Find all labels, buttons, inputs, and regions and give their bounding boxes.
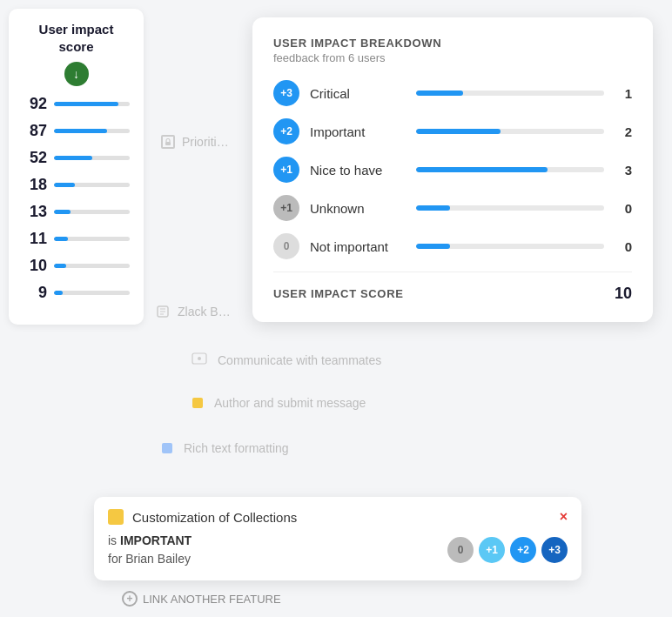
score-row: 18 xyxy=(23,176,130,194)
score-bar-track xyxy=(54,183,130,187)
down-arrow-icon: ↓ xyxy=(73,67,79,81)
score-total-row: USER IMPACT SCORE 10 xyxy=(273,285,632,303)
feature-desc-prefix: is xyxy=(108,533,120,547)
svg-point-3 xyxy=(198,357,201,360)
score-total-label: USER IMPACT SCORE xyxy=(273,287,404,300)
score-bar-fill xyxy=(54,237,68,241)
breakdown-subtitle: feedback from 6 users xyxy=(273,51,632,64)
score-arrow-container: ↓ xyxy=(23,62,130,86)
feature-title-row: Customization of Collections xyxy=(108,509,297,525)
link-feature-label: LINK ANOTHER FEATURE xyxy=(143,593,281,606)
breakdown-count: 0 xyxy=(615,201,632,216)
feature-card: Customization of Collections × is IMPORT… xyxy=(94,497,581,580)
score-bar-track xyxy=(54,102,130,106)
breakdown-label: Important xyxy=(310,124,406,139)
breakdown-badge: 0 xyxy=(273,233,299,259)
breakdown-bar-track xyxy=(416,244,604,249)
sidebar-title: User impact score xyxy=(23,21,130,55)
breakdown-count: 0 xyxy=(615,239,632,254)
bg-author: Author and submit message xyxy=(192,396,366,410)
breakdown-label: Nice to have xyxy=(310,163,406,178)
breakdown-badge: +2 xyxy=(273,118,299,144)
score-sidebar: User impact score ↓ 92 87 52 18 13 11 xyxy=(9,9,144,325)
vote-badge[interactable]: +3 xyxy=(541,537,568,563)
breakdown-label: Unknown xyxy=(310,201,406,216)
bg-author-text: Author and submit message xyxy=(214,396,366,410)
breakdown-row: +2 Important 2 xyxy=(273,118,632,144)
breakdown-rows: +3 Critical 1 +2 Important 2 +1 Nice to … xyxy=(273,80,632,259)
breakdown-bar-fill xyxy=(416,129,501,134)
breakdown-bar-fill xyxy=(416,205,450,211)
score-bar-fill xyxy=(54,264,66,268)
vote-badges: 0+1+2+3 xyxy=(447,537,568,563)
bg-communicate: Communicate with teammates xyxy=(192,352,381,368)
svg-rect-5 xyxy=(162,443,172,453)
score-value: 18 xyxy=(23,176,47,194)
bg-prioritize-text: Prioriti… xyxy=(182,135,229,149)
vote-badge[interactable]: 0 xyxy=(447,537,474,563)
feature-desc-suffix: for Brian Bailey xyxy=(108,552,191,566)
score-bar-track xyxy=(54,210,130,214)
feature-card-body: is IMPORTANT for Brian Bailey 0+1+2+3 xyxy=(108,532,568,568)
score-row: 92 xyxy=(23,95,130,113)
bg-zlack-text: Zlack B… xyxy=(178,305,231,319)
breakdown-row: +3 Critical 1 xyxy=(273,80,632,106)
breakdown-row: +1 Nice to have 3 xyxy=(273,157,632,183)
link-feature[interactable]: + LINK ANOTHER FEATURE xyxy=(122,591,281,607)
breakdown-row: +1 Unknown 0 xyxy=(273,195,632,221)
breakdown-bar-track xyxy=(416,167,604,172)
score-value: 13 xyxy=(23,203,47,221)
bg-communicate-text: Communicate with teammates xyxy=(218,353,381,367)
score-row: 10 xyxy=(23,257,130,275)
score-rows: 92 87 52 18 13 11 10 9 xyxy=(23,95,130,302)
score-value: 92 xyxy=(23,95,47,113)
breakdown-badge: +1 xyxy=(273,195,299,221)
score-bar-fill xyxy=(54,129,107,133)
score-value: 11 xyxy=(23,230,47,248)
breakdown-bar-fill xyxy=(416,167,548,172)
bg-zlack: Zlack B… xyxy=(157,305,231,319)
bg-prioritize: Prioriti… xyxy=(161,135,229,149)
breakdown-bar-track xyxy=(416,205,604,211)
score-row: 87 xyxy=(23,122,130,140)
breakdown-bar-track xyxy=(416,91,604,96)
feature-desc: is IMPORTANT for Brian Bailey xyxy=(108,532,192,568)
breakdown-badge: +3 xyxy=(273,80,299,106)
score-bar-track xyxy=(54,237,130,241)
score-bar-fill xyxy=(54,291,63,295)
score-bar-track xyxy=(54,264,130,268)
score-bar-track xyxy=(54,129,130,133)
feature-card-header: Customization of Collections × xyxy=(108,509,568,525)
score-row: 13 xyxy=(23,203,130,221)
lock-icon xyxy=(161,135,175,149)
score-bar-track xyxy=(54,156,130,160)
breakdown-title: USER IMPACT BREAKDOWN xyxy=(273,37,632,50)
score-row: 11 xyxy=(23,230,130,248)
score-bar-fill xyxy=(54,210,71,214)
score-bar-fill xyxy=(54,183,75,187)
vote-badge[interactable]: +2 xyxy=(510,537,536,563)
score-value: 87 xyxy=(23,122,47,140)
bg-rich: Rich text formatting xyxy=(161,441,289,455)
score-total-value: 10 xyxy=(615,285,632,303)
breakdown-bar-track xyxy=(416,129,604,134)
vote-badge[interactable]: +1 xyxy=(479,537,505,563)
score-bar-fill xyxy=(54,102,118,106)
svg-rect-0 xyxy=(165,142,171,145)
breakdown-bar-fill xyxy=(416,91,463,96)
breakdown-count: 2 xyxy=(615,124,632,139)
score-value: 10 xyxy=(23,257,47,275)
breakdown-row: 0 Not important 0 xyxy=(273,233,632,259)
breakdown-card: USER IMPACT BREAKDOWN feedback from 6 us… xyxy=(252,17,653,322)
breakdown-count: 3 xyxy=(615,163,632,178)
score-row: 9 xyxy=(23,284,130,302)
score-bar-fill xyxy=(54,156,92,160)
svg-rect-4 xyxy=(192,398,203,408)
breakdown-count: 1 xyxy=(615,86,632,101)
breakdown-label: Critical xyxy=(310,86,406,101)
feature-color-dot xyxy=(108,509,124,525)
breakdown-badge: +1 xyxy=(273,157,299,183)
breakdown-label: Not important xyxy=(310,239,406,254)
close-button[interactable]: × xyxy=(560,509,568,525)
breakdown-divider xyxy=(273,272,632,272)
